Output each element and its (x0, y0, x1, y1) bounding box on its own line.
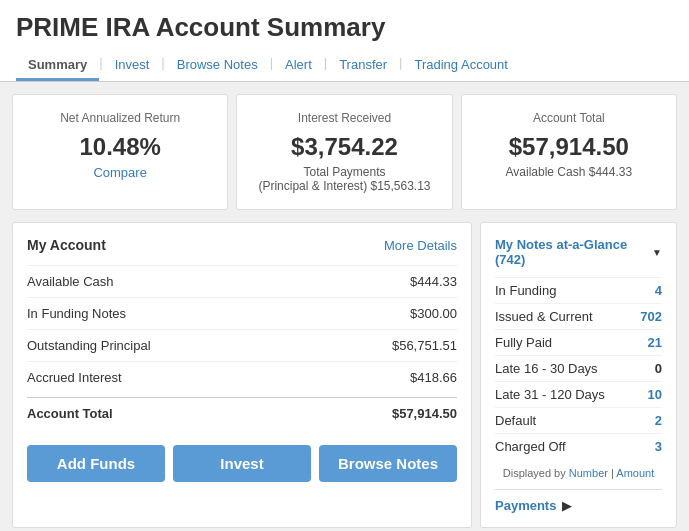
notes-row-label-2: Fully Paid (495, 335, 552, 350)
nav-tab-trading-account[interactable]: Trading Account (402, 51, 519, 81)
notes-row-6: Charged Off3 (495, 433, 662, 459)
notes-panel-title: My Notes at-a-Glance (742) (495, 237, 646, 267)
notes-row-3: Late 16 - 30 Days0 (495, 355, 662, 381)
card-label-0: Net Annualized Return (29, 111, 211, 125)
nav-tab-transfer[interactable]: Transfer (327, 51, 399, 81)
account-row-value-3: $418.66 (410, 370, 457, 385)
notes-row-label-6: Charged Off (495, 439, 566, 454)
account-row-label-3: Accrued Interest (27, 370, 122, 385)
account-row-1: In Funding Notes$300.00 (27, 297, 457, 329)
notes-rows-container: In Funding4Issued & Current702Fully Paid… (495, 277, 662, 459)
notes-row-value-3: 0 (655, 361, 662, 376)
notes-row-label-1: Issued & Current (495, 309, 593, 324)
nav-tab-browse-notes[interactable]: Browse Notes (165, 51, 270, 81)
account-row-label-1: In Funding Notes (27, 306, 126, 321)
account-panel-header: My Account More Details (27, 237, 457, 253)
account-row-value-2: $56,751.51 (392, 338, 457, 353)
nav-tabs: Summary|Invest|Browse Notes|Alert|Transf… (16, 51, 673, 81)
main-content: Net Annualized Return10.48%CompareIntere… (0, 82, 689, 531)
card-value-1: $3,754.22 (253, 133, 435, 161)
more-details-link[interactable]: More Details (384, 238, 457, 253)
summary-card-1: Interest Received$3,754.22Total Payments… (236, 94, 452, 210)
notes-row-value-1: 702 (640, 309, 662, 324)
account-row-0: Available Cash$444.33 (27, 265, 457, 297)
notes-row-4: Late 31 - 120 Days10 (495, 381, 662, 407)
notes-row-label-5: Default (495, 413, 536, 428)
account-total-value: $57,914.50 (392, 406, 457, 421)
notes-row-label-0: In Funding (495, 283, 556, 298)
page-header: PRIME IRA Account Summary Summary|Invest… (0, 0, 689, 82)
notes-panel: My Notes at-a-Glance (742) ▼ In Funding4… (480, 222, 677, 528)
notes-panel-header: My Notes at-a-Glance (742) ▼ (495, 237, 662, 267)
bottom-row: My Account More Details Available Cash$4… (12, 222, 677, 528)
invest-button[interactable]: Invest (173, 445, 311, 482)
summary-cards: Net Annualized Return10.48%CompareIntere… (12, 94, 677, 210)
notes-row-value-2: 21 (648, 335, 662, 350)
card-label-1: Interest Received (253, 111, 435, 125)
account-total-row: Account Total$57,914.50 (27, 397, 457, 429)
account-panel-title: My Account (27, 237, 106, 253)
payments-arrow-icon: ▶ (562, 498, 572, 513)
payments-title[interactable]: Payments (495, 498, 556, 513)
display-number-link[interactable]: Number (569, 467, 608, 479)
add-funds-button[interactable]: Add Funds (27, 445, 165, 482)
browse-notes-button[interactable]: Browse Notes (319, 445, 457, 482)
nav-tab-alert[interactable]: Alert (273, 51, 324, 81)
button-row: Add FundsInvestBrowse Notes (27, 445, 457, 482)
account-rows: Available Cash$444.33In Funding Notes$30… (27, 265, 457, 429)
notes-row-1: Issued & Current702 (495, 303, 662, 329)
account-row-value-0: $444.33 (410, 274, 457, 289)
card-sub-1: Total Payments(Principal & Interest) $15… (253, 165, 435, 193)
notes-row-value-0: 4 (655, 283, 662, 298)
nav-tab-invest[interactable]: Invest (103, 51, 162, 81)
card-compare-link-0[interactable]: Compare (93, 165, 146, 180)
notes-row-label-3: Late 16 - 30 Days (495, 361, 598, 376)
card-label-2: Account Total (478, 111, 660, 125)
account-total-label: Account Total (27, 406, 113, 421)
account-row-2: Outstanding Principal$56,751.51 (27, 329, 457, 361)
notes-row-2: Fully Paid21 (495, 329, 662, 355)
account-panel: My Account More Details Available Cash$4… (12, 222, 472, 528)
account-row-3: Accrued Interest$418.66 (27, 361, 457, 393)
notes-display: Displayed by Number | Amount (495, 467, 662, 479)
notes-row-value-6: 3 (655, 439, 662, 454)
nav-tab-summary[interactable]: Summary (16, 51, 99, 81)
summary-card-0: Net Annualized Return10.48%Compare (12, 94, 228, 210)
page-title: PRIME IRA Account Summary (16, 12, 673, 43)
notes-row-5: Default2 (495, 407, 662, 433)
summary-card-2: Account Total$57,914.50Available Cash $4… (461, 94, 677, 210)
card-value-0: 10.48% (29, 133, 211, 161)
card-value-2: $57,914.50 (478, 133, 660, 161)
account-row-label-2: Outstanding Principal (27, 338, 151, 353)
card-sub-2: Available Cash $444.33 (478, 165, 660, 179)
notes-dropdown-icon[interactable]: ▼ (652, 247, 662, 258)
nav-bar: Summary|Invest|Browse Notes|Alert|Transf… (16, 51, 673, 81)
display-amount-link[interactable]: Amount (616, 467, 654, 479)
notes-row-value-4: 10 (648, 387, 662, 402)
account-row-label-0: Available Cash (27, 274, 113, 289)
payments-section: Payments ▶ (495, 489, 662, 513)
notes-row-0: In Funding4 (495, 277, 662, 303)
notes-row-label-4: Late 31 - 120 Days (495, 387, 605, 402)
account-row-value-1: $300.00 (410, 306, 457, 321)
notes-row-value-5: 2 (655, 413, 662, 428)
